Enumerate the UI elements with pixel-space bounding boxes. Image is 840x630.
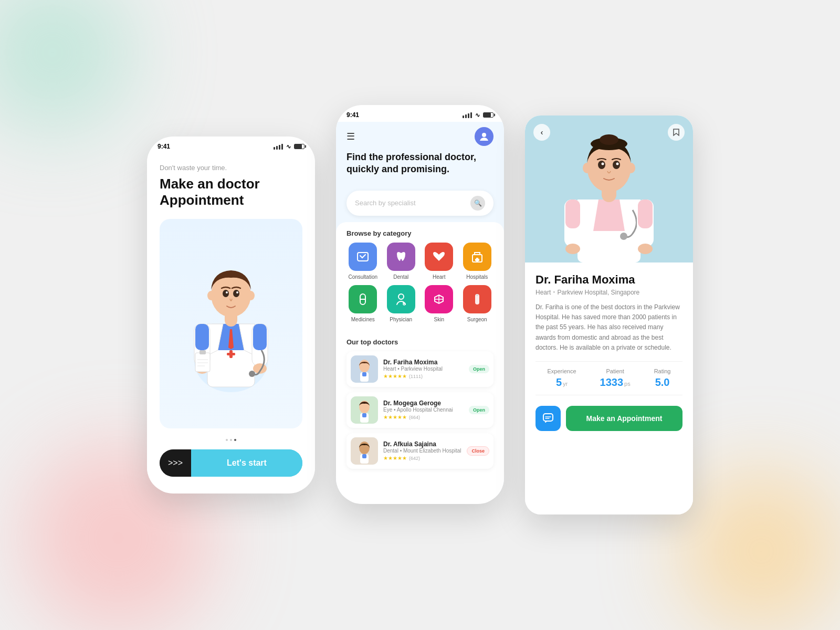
heart-icon-box: [425, 243, 453, 271]
s-bar-4: [470, 112, 472, 118]
dot-separator: •: [553, 289, 555, 296]
svg-rect-7: [229, 350, 233, 358]
doctor-card-3[interactable]: Dr. Afkuia Sajaina Dental • Mount Elizab…: [346, 433, 494, 469]
consultation-icon: [355, 249, 370, 264]
svg-point-62: [565, 244, 580, 254]
dot-3: [234, 439, 236, 441]
doctor-name-1: Dr. Fariha Moxima: [383, 359, 464, 366]
category-surgeon[interactable]: Surgeon: [461, 285, 494, 322]
dot-1: [226, 439, 228, 441]
svg-point-72: [602, 163, 604, 165]
stat-experience: Experience 5 yr: [548, 368, 576, 388]
screen3-details: Dr. Fariha Moxima Heart • Parkview Hospi…: [525, 262, 693, 514]
s-bar-2: [465, 114, 467, 118]
hero-title: Find the professional doctor, quickly an…: [346, 151, 494, 176]
signal-bar-4: [281, 144, 283, 150]
svg-point-21: [207, 291, 215, 300]
user-avatar[interactable]: [475, 127, 494, 146]
surgeon-label: Surgeon: [467, 317, 487, 322]
dots-indicator: [160, 439, 302, 441]
status-badge-1: Open: [469, 365, 489, 373]
doctor-avatar-svg-2: [351, 396, 378, 424]
medicines-icon: [355, 292, 370, 307]
svg-rect-32: [475, 259, 479, 261]
category-hospitals[interactable]: Hospitals: [461, 243, 494, 280]
svg-rect-40: [476, 294, 478, 296]
doctor-illustration: [160, 219, 302, 428]
photo-nav: ‹: [525, 116, 693, 149]
svg-rect-60: [565, 200, 580, 228]
category-consultation[interactable]: Consultation: [346, 243, 380, 280]
search-bar[interactable]: Search by specialist 🔍: [346, 191, 494, 216]
screen1-content: Don't waste your time. Make an doctor Ap…: [147, 153, 315, 487]
skin-icon-box: [425, 285, 453, 313]
medicines-label: Medicines: [351, 317, 375, 322]
avatar-icon: [479, 131, 489, 142]
stars-2: ★★★★★: [383, 414, 407, 420]
category-medicines[interactable]: Medicines: [346, 285, 380, 322]
category-heart[interactable]: Heart: [423, 243, 456, 280]
category-section-title: Browse by category: [346, 222, 494, 243]
stat-label-experience: Experience: [548, 368, 576, 374]
surgeon-icon: [470, 292, 485, 307]
physician-icon-box: [387, 285, 415, 313]
hamburger-menu[interactable]: ☰: [346, 131, 355, 142]
s-bar-1: [463, 116, 464, 118]
lets-start-button[interactable]: >>> Let's start: [160, 449, 302, 477]
status-bar-1: 9:41 ∿: [147, 136, 315, 153]
category-physician[interactable]: Physician: [385, 285, 418, 322]
doctor-svg: [184, 256, 278, 392]
battery-icon-2: [483, 112, 494, 118]
category-dental[interactable]: Dental: [385, 243, 418, 280]
s-bar-3: [468, 113, 469, 118]
screen2-header: ☰: [336, 122, 504, 151]
battery-fill-1: [295, 144, 302, 149]
stat-label-patient: Patient: [606, 368, 624, 374]
dr-hospital: Parkview Hospital, Singapore: [558, 289, 640, 296]
battery-icon-1: [294, 144, 304, 149]
svg-point-17: [223, 290, 229, 297]
surgeon-icon-box: [463, 285, 491, 313]
heart-label: Heart: [433, 274, 445, 280]
make-appointment-button[interactable]: Make an Appointment: [566, 406, 682, 431]
rating-count-2: (664): [409, 415, 420, 420]
status-icons-1: ∿: [274, 143, 304, 150]
dental-icon-box: [387, 243, 415, 271]
chat-button[interactable]: [536, 406, 561, 431]
search-placeholder-text: Search by specialist: [355, 199, 470, 207]
svg-rect-44: [362, 372, 366, 376]
time-1: 9:41: [158, 143, 170, 150]
doctor-info-2: Dr. Mogega Geroge Eye • Apollo Hospital …: [383, 400, 464, 420]
svg-point-18: [233, 290, 239, 297]
stat-value-patient: 1333 ps: [600, 376, 631, 388]
svg-rect-11: [253, 324, 267, 350]
exp-unit: yr: [563, 381, 568, 387]
doctor-avatar-1: [351, 355, 378, 383]
back-button[interactable]: ‹: [533, 124, 550, 141]
category-section: Browse by category Consultation: [336, 222, 504, 498]
wifi-icon-2: ∿: [475, 112, 480, 119]
doctor-avatar-2: [351, 396, 378, 424]
btn-text: Let's start: [191, 449, 302, 477]
category-skin[interactable]: Skin: [423, 285, 456, 322]
skin-icon: [432, 292, 446, 307]
screen2-content: ☰ Find the professional doctor, quickly …: [336, 122, 504, 498]
heart-icon: [432, 249, 446, 264]
doctor-card-2[interactable]: Dr. Mogega Geroge Eye • Apollo Hospital …: [346, 392, 494, 428]
stars-3: ★★★★★: [383, 455, 407, 461]
doctor-info-3: Dr. Afkuia Sajaina Dental • Mount Elizab…: [383, 440, 461, 461]
status-icons-2: ∿: [463, 112, 494, 119]
svg-rect-23: [195, 353, 210, 372]
screen1-subtitle: Don't waste your time.: [160, 164, 302, 172]
bookmark-button[interactable]: [668, 124, 685, 141]
doctor-name-2: Dr. Mogega Geroge: [383, 400, 464, 407]
doctor-spec-3: Dental • Mount Elizabeth Hospital: [383, 448, 461, 454]
svg-point-42: [359, 360, 370, 372]
btn-arrow-icon: >>>: [160, 449, 191, 477]
bookmark-icon: [673, 128, 680, 136]
physician-icon: [394, 292, 408, 307]
svg-point-20: [236, 291, 238, 293]
doctor-card-1[interactable]: Dr. Fariha Moxima Heart • Parkview Hospi…: [346, 351, 494, 387]
svg-point-35: [398, 294, 404, 299]
dental-label: Dental: [393, 274, 408, 280]
